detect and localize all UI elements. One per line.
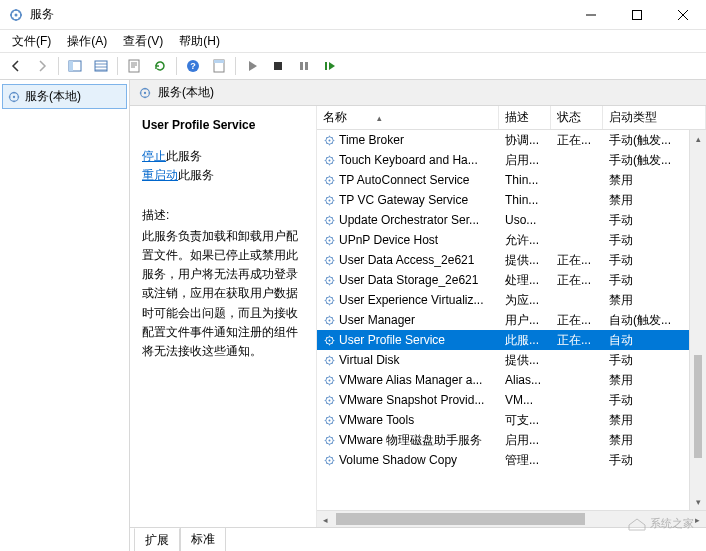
service-row[interactable]: TP VC Gateway ServiceThin...禁用	[317, 190, 689, 210]
svg-rect-14	[325, 62, 327, 70]
svg-point-50	[329, 439, 331, 441]
service-name-cell: TP AutoConnect Service	[317, 173, 499, 187]
service-startup-cell: 手动(触发...	[603, 152, 689, 169]
service-desc-cell: 用户...	[499, 312, 551, 329]
maximize-button[interactable]	[614, 0, 660, 30]
titlebar: 服务	[0, 0, 706, 30]
properties-button[interactable]	[122, 55, 146, 77]
stop-service-link[interactable]: 停止	[142, 149, 166, 163]
scroll-up-arrow[interactable]: ▴	[690, 130, 706, 147]
services-icon	[8, 7, 24, 23]
service-row[interactable]: Virtual Disk提供...手动	[317, 350, 689, 370]
restart-service-line: 重启动此服务	[142, 166, 304, 185]
menu-view[interactable]: 查看(V)	[117, 31, 169, 52]
service-row[interactable]: User Data Access_2e621提供...正在...手动	[317, 250, 689, 270]
service-startup-cell: 禁用	[603, 412, 689, 429]
service-row[interactable]: VMware 物理磁盘助手服务启用...禁用	[317, 430, 689, 450]
toolbar: ?	[0, 52, 706, 80]
selected-service-name: User Profile Service	[142, 116, 304, 135]
service-row[interactable]: VMware Snapshot Provid...VM...手动	[317, 390, 689, 410]
detail-area: User Profile Service 停止此服务 重启动此服务 描述: 此服…	[130, 106, 706, 527]
scroll-thumb[interactable]	[694, 355, 702, 459]
service-desc-cell: 为应...	[499, 292, 551, 309]
service-name-cell: User Profile Service	[317, 333, 499, 347]
column-description[interactable]: 描述	[499, 106, 551, 129]
menu-action[interactable]: 操作(A)	[61, 31, 113, 52]
vertical-scrollbar[interactable]: ▴ ▾	[689, 130, 706, 510]
service-row[interactable]: User Data Storage_2e621处理...正在...手动	[317, 270, 689, 290]
show-hide-tree-button[interactable]	[63, 55, 87, 77]
svg-point-36	[329, 299, 331, 301]
service-status-cell: 正在...	[551, 132, 603, 149]
menu-help[interactable]: 帮助(H)	[173, 31, 226, 52]
svg-point-16	[13, 95, 15, 97]
refresh-button[interactable]	[148, 55, 172, 77]
watermark: 系统之家	[628, 516, 694, 531]
service-desc-cell: 管理...	[499, 452, 551, 469]
column-startup[interactable]: 启动类型	[603, 106, 706, 129]
column-status[interactable]: 状态	[551, 106, 603, 129]
service-name-cell: User Data Storage_2e621	[317, 273, 499, 287]
svg-point-24	[329, 179, 331, 181]
service-row[interactable]: VMware Alias Manager a...Alias...禁用	[317, 370, 689, 390]
service-desc-cell: 提供...	[499, 252, 551, 269]
services-list[interactable]: Time Broker协调...正在...手动(触发...Touch Keybo…	[317, 130, 689, 510]
service-row[interactable]: Volume Shadow Copy管理...手动	[317, 450, 689, 470]
properties-sheet-button[interactable]	[207, 55, 231, 77]
description-text: 此服务负责加载和卸载用户配置文件。如果已停止或禁用此服务，用户将无法再成功登录或…	[142, 227, 304, 361]
service-status-cell: 正在...	[551, 272, 603, 289]
svg-point-42	[329, 359, 331, 361]
tab-extended[interactable]: 扩展	[134, 528, 180, 551]
scroll-down-arrow[interactable]: ▾	[690, 493, 706, 510]
export-list-button[interactable]	[89, 55, 113, 77]
service-row[interactable]: Touch Keyboard and Ha...启用...手动(触发...	[317, 150, 689, 170]
svg-rect-5	[95, 61, 107, 71]
service-row[interactable]: Update Orchestrator Ser...Uso...手动	[317, 210, 689, 230]
svg-rect-10	[214, 60, 224, 63]
scroll-left-arrow[interactable]: ◂	[317, 511, 334, 527]
bottom-tabs: 扩展 标准	[130, 527, 706, 551]
service-desc-cell: 此服...	[499, 332, 551, 349]
service-row[interactable]: TP AutoConnect ServiceThin...禁用	[317, 170, 689, 190]
stop-service-button[interactable]	[266, 55, 290, 77]
service-row[interactable]: User Manager用户...正在...自动(触发...	[317, 310, 689, 330]
service-name-cell: Virtual Disk	[317, 353, 499, 367]
service-desc-cell: 允许...	[499, 232, 551, 249]
close-button[interactable]	[660, 0, 706, 30]
restart-service-link[interactable]: 重启动	[142, 168, 178, 182]
content-header-title: 服务(本地)	[158, 84, 214, 101]
window-controls	[568, 0, 706, 30]
service-startup-cell: 禁用	[603, 172, 689, 189]
svg-rect-2	[633, 10, 642, 19]
service-startup-cell: 禁用	[603, 432, 689, 449]
nav-local-services[interactable]: 服务(本地)	[2, 84, 127, 109]
service-status-cell: 正在...	[551, 312, 603, 329]
column-name[interactable]: 名称	[317, 106, 499, 129]
service-desc-cell: 启用...	[499, 432, 551, 449]
restart-service-button[interactable]	[318, 55, 342, 77]
service-row[interactable]: User Experience Virtualiz...为应...禁用	[317, 290, 689, 310]
svg-point-22	[329, 159, 331, 161]
service-startup-cell: 手动	[603, 452, 689, 469]
minimize-button[interactable]	[568, 0, 614, 30]
back-button[interactable]	[4, 55, 28, 77]
service-desc-cell: 提供...	[499, 352, 551, 369]
hscroll-thumb[interactable]	[336, 513, 585, 525]
start-service-button[interactable]	[240, 55, 264, 77]
service-row[interactable]: Time Broker协调...正在...手动(触发...	[317, 130, 689, 150]
service-row[interactable]: User Profile Service此服...正在...自动	[317, 330, 689, 350]
service-row[interactable]: UPnP Device Host允许...手动	[317, 230, 689, 250]
svg-point-52	[329, 459, 331, 461]
svg-point-26	[329, 199, 331, 201]
forward-button[interactable]	[30, 55, 54, 77]
help-button[interactable]: ?	[181, 55, 205, 77]
svg-point-32	[329, 259, 331, 261]
tab-standard[interactable]: 标准	[180, 527, 226, 551]
menu-file[interactable]: 文件(F)	[6, 31, 57, 52]
gear-icon	[138, 86, 152, 100]
service-startup-cell: 禁用	[603, 372, 689, 389]
service-row[interactable]: VMware Tools可支...禁用	[317, 410, 689, 430]
svg-point-28	[329, 219, 331, 221]
service-name-cell: Touch Keyboard and Ha...	[317, 153, 499, 167]
pause-service-button[interactable]	[292, 55, 316, 77]
